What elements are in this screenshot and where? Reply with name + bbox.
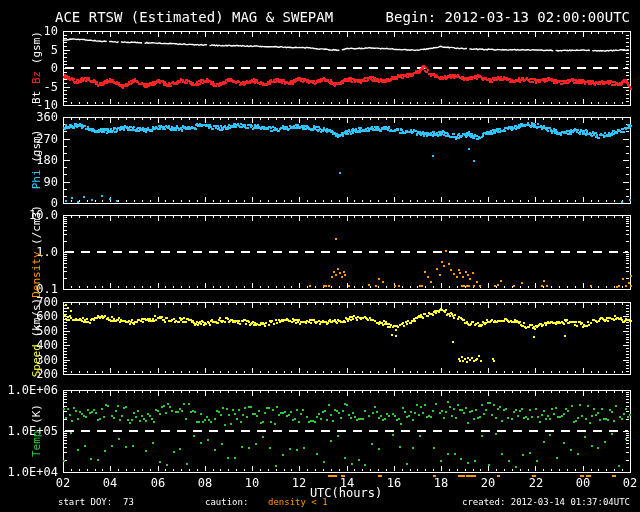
caution-label: caution: xyxy=(205,498,248,507)
y-tick-label: 1.0E+04 xyxy=(6,467,58,477)
begin-time-label: Begin: 2012-03-13 02:00:00UTC xyxy=(386,9,630,25)
x-tick-label: 00 xyxy=(568,478,598,488)
y-axis-label-part: Temp xyxy=(30,431,43,458)
y-axis-label-part: (km/s) xyxy=(30,298,43,344)
y-axis-label-part: (gsm) xyxy=(30,31,43,71)
x-tick-label: 16 xyxy=(379,478,409,488)
y-axis-label-part: Bz xyxy=(30,71,43,91)
y-axis-label-density: Density (/cm3) xyxy=(31,205,42,299)
y-axis-label-part: (/cm3) xyxy=(30,205,43,251)
y-tick-label: 1.0E+06 xyxy=(6,385,58,395)
x-tick-label: 10 xyxy=(237,478,267,488)
y-axis-label-part: Density xyxy=(30,252,43,298)
y-tick-label: 360 xyxy=(6,112,58,122)
caution-value-label: density < 1 xyxy=(268,498,328,507)
x-tick-label: 06 xyxy=(143,478,173,488)
y-axis-label-part: Speed xyxy=(30,344,43,377)
x-tick-label: 02 xyxy=(48,478,78,488)
plot-canvas xyxy=(0,0,640,512)
ace-rtsw-plot: ACE RTSW (Estimated) MAG & SWEPAM Begin:… xyxy=(0,0,640,512)
y-axis-label-part: (K) xyxy=(30,404,43,431)
created-time-label: created: 2012-03-14 01:37:04UTC xyxy=(462,498,630,507)
start-doy-label: start DOY: 73 xyxy=(58,498,134,507)
x-tick-label: 08 xyxy=(190,478,220,488)
y-axis-label-part: Phi xyxy=(30,169,43,189)
y-axis-label-temp: Temp (K) xyxy=(31,401,42,461)
y-axis-label-phi: Phi (gsm) xyxy=(31,130,42,190)
page-title: ACE RTSW (Estimated) MAG & SWEPAM xyxy=(55,9,333,25)
y-axis-label-part: Bt xyxy=(30,91,43,104)
y-axis-label-part: (gsm) xyxy=(30,130,43,170)
x-tick-label: 02 xyxy=(615,478,640,488)
x-tick-label: 22 xyxy=(521,478,551,488)
x-tick-label: 18 xyxy=(426,478,456,488)
x-tick-label: 20 xyxy=(473,478,503,488)
y-axis-label-bt-bz: Bt Bz (gsm) xyxy=(31,31,42,105)
y-axis-label-speed: Speed (km/s) xyxy=(31,298,42,378)
x-tick-label: 04 xyxy=(95,478,125,488)
